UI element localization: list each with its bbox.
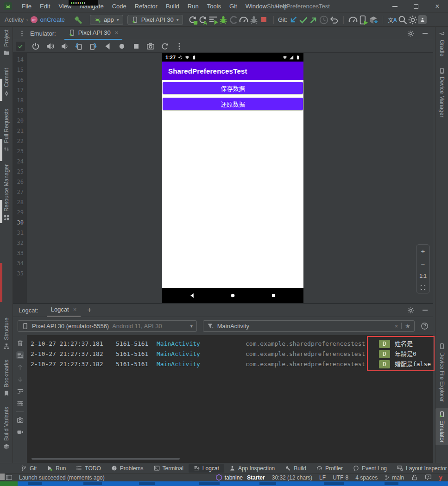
- hide-panel-icon[interactable]: [423, 310, 428, 311]
- help-icon[interactable]: [421, 322, 429, 330]
- zoom-in-button[interactable]: +: [421, 248, 425, 255]
- line-number[interactable]: 35: [17, 268, 27, 279]
- rerun-app-icon[interactable]: [188, 15, 198, 25]
- toolwindow-button-todo[interactable]: TODO: [71, 464, 106, 473]
- phone-screen[interactable]: 1:27 SharedPreferencesTest 保存数据 还原数据: [162, 53, 303, 303]
- android-back-button[interactable]: [189, 293, 195, 299]
- stripe-tab-emulator[interactable]: Emulator: [435, 408, 448, 445]
- attach-debugger-icon[interactable]: [249, 15, 259, 25]
- scroll-to-end-icon[interactable]: [16, 351, 24, 359]
- menu-edit[interactable]: Edit: [36, 3, 54, 10]
- toggle-tool-windows-icon[interactable]: [6, 474, 13, 481]
- indent-setting[interactable]: 4 spaces: [355, 474, 378, 481]
- line-number[interactable]: 14: [17, 55, 27, 65]
- volume-down-icon[interactable]: [60, 42, 69, 50]
- breadcrumb-method[interactable]: onCreate: [40, 16, 65, 23]
- horizontal-scrollbar[interactable]: [32, 458, 180, 460]
- android-overview-button[interactable]: [271, 293, 277, 299]
- line-number[interactable]: 29: [17, 207, 27, 218]
- stripe-tab-device-file-explorer[interactable]: Device File Explorer: [439, 343, 445, 402]
- maximize-button[interactable]: [405, 0, 427, 13]
- encoding[interactable]: UTF-8: [333, 474, 348, 481]
- menu-git[interactable]: Git: [225, 3, 241, 10]
- search-everywhere-icon[interactable]: [398, 15, 408, 25]
- stripe-tab-bookmarks[interactable]: Bookmarks: [3, 360, 10, 397]
- line-number[interactable]: 21: [17, 126, 27, 136]
- line-number[interactable]: 25: [17, 167, 27, 177]
- line-number[interactable]: 26: [17, 177, 27, 187]
- profile-avatar[interactable]: [418, 15, 427, 24]
- power-button-icon[interactable]: [32, 42, 40, 50]
- line-number[interactable]: 27: [17, 187, 27, 197]
- line-number[interactable]: 20: [17, 116, 27, 126]
- stripe-tab-build-variants[interactable]: Build Variants: [3, 407, 10, 450]
- push-icon[interactable]: [309, 15, 319, 25]
- logcat-filter-input[interactable]: MainActivity × ★: [203, 320, 415, 332]
- snapshot-icon[interactable]: [161, 42, 169, 50]
- line-number[interactable]: 19: [17, 106, 27, 116]
- emulator-more-menu-icon[interactable]: [175, 42, 183, 50]
- device-select[interactable]: Pixel API 30 ▾: [127, 15, 183, 25]
- line-number[interactable]: 23: [17, 146, 27, 156]
- line-number[interactable]: 16: [17, 75, 27, 85]
- caret-position[interactable]: 30:32 (12 chars): [272, 474, 312, 481]
- line-number[interactable]: 33: [17, 248, 27, 258]
- clear-filter-icon[interactable]: ×: [395, 323, 398, 330]
- android-home-button[interactable]: [230, 293, 236, 299]
- rotate-right-icon[interactable]: [89, 42, 97, 50]
- apply-code-changes-icon[interactable]: A: [198, 15, 208, 25]
- nav-home-icon[interactable]: [118, 42, 126, 50]
- git-branch-widget[interactable]: main: [385, 474, 404, 481]
- scroll-down-icon[interactable]: [16, 375, 24, 383]
- toolwindow-button-run[interactable]: Run: [42, 464, 71, 473]
- breadcrumb[interactable]: Activity: [5, 16, 24, 23]
- zoom-out-button[interactable]: −: [421, 261, 425, 268]
- emulator-device-tab[interactable]: Pixel API 30 ×: [64, 27, 123, 40]
- tabnine-status[interactable]: tabnineStarter: [215, 474, 265, 481]
- notifications-icon[interactable]: [425, 474, 432, 481]
- line-number[interactable]: 31: [17, 228, 27, 238]
- line-number[interactable]: 17: [17, 85, 27, 95]
- stripe-tab-pull-requests[interactable]: Pull Requests: [3, 109, 10, 152]
- menu-build[interactable]: Build: [162, 3, 183, 10]
- commit-icon[interactable]: [298, 15, 309, 25]
- stripe-tab-device-manager[interactable]: Device Manager: [439, 68, 445, 117]
- line-number[interactable]: 22: [17, 136, 27, 146]
- favorite-filter-icon[interactable]: ★: [405, 323, 410, 330]
- toolwindow-button-problems[interactable]: Problems: [106, 464, 149, 473]
- settings-gear-icon[interactable]: [408, 15, 418, 25]
- line-number[interactable]: 18: [17, 95, 27, 106]
- profile-app-icon[interactable]: [239, 15, 249, 25]
- attach-profiler-icon[interactable]: [228, 15, 239, 25]
- panel-settings-gear-icon[interactable]: [407, 30, 414, 37]
- volume-up-icon[interactable]: [46, 42, 54, 50]
- toolwindow-button-app-inspection[interactable]: App Inspection: [224, 464, 280, 473]
- zoom-reset-button[interactable]: 1:1: [419, 273, 426, 279]
- stripe-tab-structure[interactable]: Structure: [3, 318, 10, 349]
- minimize-button[interactable]: [384, 0, 405, 13]
- close-tab-icon[interactable]: ×: [115, 29, 119, 36]
- add-tab-button[interactable]: +: [87, 306, 91, 314]
- kebab-menu-icon[interactable]: [19, 30, 25, 37]
- line-number[interactable]: 15: [17, 65, 27, 75]
- scroll-up-icon[interactable]: [16, 363, 24, 371]
- zoom-fit-icon[interactable]: [420, 285, 426, 290]
- save-data-button[interactable]: 保存数据: [163, 82, 303, 94]
- run-with-coverage-icon[interactable]: [208, 15, 218, 25]
- screenshot-icon[interactable]: [16, 416, 24, 424]
- update-project-icon[interactable]: [288, 15, 298, 25]
- nav-back-icon[interactable]: [103, 42, 112, 50]
- stripe-tab-gradle[interactable]: Gradle: [439, 31, 445, 56]
- line-number[interactable]: 24: [17, 156, 27, 167]
- menu-tools[interactable]: Tools: [203, 3, 225, 10]
- menu-refactor[interactable]: Refactor: [131, 3, 162, 10]
- toolwindow-button-build[interactable]: Build: [280, 464, 311, 473]
- menu-run[interactable]: Run: [183, 3, 203, 10]
- lock-icon[interactable]: [411, 474, 418, 481]
- logcat-output[interactable]: 2-10-27 21:27:37.181 5161-5161 MainActiv…: [27, 335, 433, 463]
- close-button[interactable]: ×: [427, 0, 448, 13]
- rotate-left-icon[interactable]: [75, 42, 83, 50]
- close-tab-icon[interactable]: ×: [73, 306, 77, 313]
- stripe-tab-resource-manager[interactable]: Resource Manager: [3, 164, 10, 221]
- device-file-download-icon[interactable]: [368, 15, 379, 25]
